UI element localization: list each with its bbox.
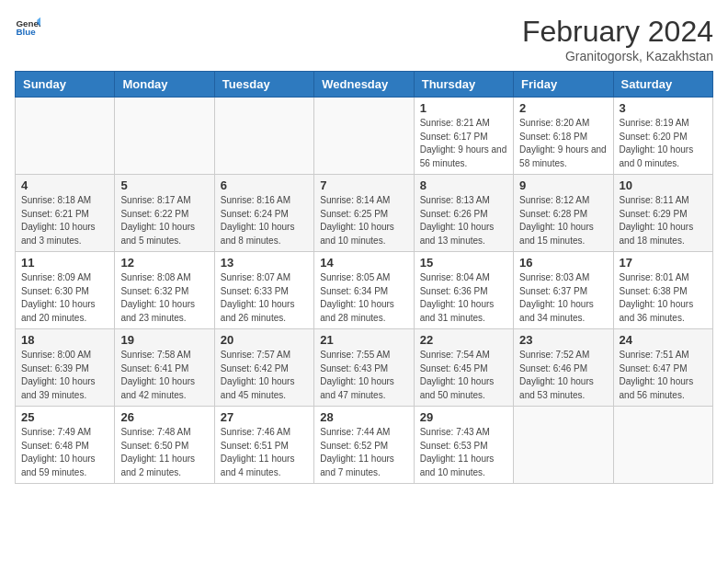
- day-number: 17: [620, 256, 707, 270]
- day-number: 16: [519, 256, 607, 270]
- calendar-cell: 6Sunrise: 8:16 AMSunset: 6:24 PMDaylight…: [214, 175, 313, 252]
- calendar-cell: 14Sunrise: 8:05 AMSunset: 6:34 PMDayligh…: [314, 252, 414, 329]
- day-number: 4: [21, 178, 108, 192]
- day-number: 10: [620, 178, 707, 192]
- calendar-cell: 8Sunrise: 8:13 AMSunset: 6:26 PMDaylight…: [414, 175, 513, 252]
- calendar-cell: 2Sunrise: 8:20 AMSunset: 6:18 PMDaylight…: [514, 98, 613, 175]
- calendar-cell: 24Sunrise: 7:51 AMSunset: 6:47 PMDayligh…: [613, 329, 712, 407]
- calendar-cell: [314, 98, 414, 175]
- day-info: Sunrise: 8:07 AMSunset: 6:33 PMDaylight:…: [221, 271, 308, 325]
- day-info: Sunrise: 8:00 AMSunset: 6:39 PMDaylight:…: [21, 349, 108, 402]
- day-info: Sunrise: 8:13 AMSunset: 6:26 PMDaylight:…: [420, 194, 507, 247]
- calendar-cell: [514, 407, 613, 484]
- week-row-3: 11Sunrise: 8:09 AMSunset: 6:30 PMDayligh…: [16, 252, 713, 329]
- day-info: Sunrise: 8:21 AMSunset: 6:17 PMDaylight:…: [420, 117, 507, 170]
- day-info: Sunrise: 7:52 AMSunset: 6:46 PMDaylight:…: [519, 349, 607, 402]
- day-info: Sunrise: 8:08 AMSunset: 6:32 PMDaylight:…: [120, 271, 208, 325]
- day-info: Sunrise: 8:01 AMSunset: 6:38 PMDaylight:…: [620, 271, 707, 325]
- calendar-cell: 27Sunrise: 7:46 AMSunset: 6:51 PMDayligh…: [214, 407, 313, 484]
- day-number: 22: [420, 333, 507, 347]
- day-info: Sunrise: 7:46 AMSunset: 6:51 PMDaylight:…: [221, 426, 308, 479]
- calendar-cell: 5Sunrise: 8:17 AMSunset: 6:22 PMDaylight…: [115, 175, 214, 252]
- day-number: 19: [120, 333, 208, 347]
- week-row-2: 4Sunrise: 8:18 AMSunset: 6:21 PMDaylight…: [16, 175, 713, 252]
- day-number: 11: [21, 256, 108, 270]
- calendar-cell: [214, 98, 313, 175]
- weekday-header-monday: Monday: [115, 72, 214, 98]
- day-number: 26: [120, 410, 208, 424]
- day-number: 20: [221, 333, 308, 347]
- calendar-cell: [115, 98, 214, 175]
- page-header: General Blue February 2024 Granitogorsk,…: [15, 15, 713, 63]
- calendar-cell: 18Sunrise: 8:00 AMSunset: 6:39 PMDayligh…: [16, 329, 115, 407]
- day-number: 28: [320, 410, 407, 424]
- day-number: 15: [420, 256, 507, 270]
- day-info: Sunrise: 7:51 AMSunset: 6:47 PMDaylight:…: [620, 349, 707, 402]
- day-info: Sunrise: 8:09 AMSunset: 6:30 PMDaylight:…: [21, 271, 108, 325]
- calendar-cell: 25Sunrise: 7:49 AMSunset: 6:48 PMDayligh…: [16, 407, 115, 484]
- calendar-cell: 20Sunrise: 7:57 AMSunset: 6:42 PMDayligh…: [214, 329, 313, 407]
- day-number: 12: [120, 256, 208, 270]
- calendar-cell: 26Sunrise: 7:48 AMSunset: 6:50 PMDayligh…: [115, 407, 214, 484]
- calendar-cell: 28Sunrise: 7:44 AMSunset: 6:52 PMDayligh…: [314, 407, 414, 484]
- logo-icon: General Blue: [15, 15, 40, 40]
- day-info: Sunrise: 7:48 AMSunset: 6:50 PMDaylight:…: [120, 426, 208, 479]
- logo: General Blue: [15, 15, 40, 40]
- svg-text:Blue: Blue: [16, 27, 36, 37]
- weekday-header-friday: Friday: [514, 72, 613, 98]
- location-subtitle: Granitogorsk, Kazakhstan: [522, 49, 713, 63]
- calendar-table: SundayMondayTuesdayWednesdayThursdayFrid…: [15, 71, 713, 484]
- day-number: 21: [320, 333, 407, 347]
- day-number: 13: [221, 256, 308, 270]
- day-info: Sunrise: 7:44 AMSunset: 6:52 PMDaylight:…: [320, 426, 407, 479]
- day-info: Sunrise: 7:49 AMSunset: 6:48 PMDaylight:…: [21, 426, 108, 479]
- day-info: Sunrise: 7:54 AMSunset: 6:45 PMDaylight:…: [420, 349, 507, 402]
- day-number: 18: [21, 333, 108, 347]
- calendar-cell: 15Sunrise: 8:04 AMSunset: 6:36 PMDayligh…: [414, 252, 513, 329]
- weekday-header-sunday: Sunday: [16, 72, 115, 98]
- day-info: Sunrise: 8:18 AMSunset: 6:21 PMDaylight:…: [21, 194, 108, 247]
- day-number: 24: [620, 333, 707, 347]
- calendar-cell: [613, 407, 712, 484]
- day-info: Sunrise: 8:17 AMSunset: 6:22 PMDaylight:…: [120, 194, 208, 247]
- calendar-cell: 23Sunrise: 7:52 AMSunset: 6:46 PMDayligh…: [514, 329, 613, 407]
- day-info: Sunrise: 8:03 AMSunset: 6:37 PMDaylight:…: [519, 271, 607, 325]
- day-info: Sunrise: 8:19 AMSunset: 6:20 PMDaylight:…: [620, 117, 707, 170]
- calendar-cell: 29Sunrise: 7:43 AMSunset: 6:53 PMDayligh…: [414, 407, 513, 484]
- calendar-cell: 11Sunrise: 8:09 AMSunset: 6:30 PMDayligh…: [16, 252, 115, 329]
- week-row-4: 18Sunrise: 8:00 AMSunset: 6:39 PMDayligh…: [16, 329, 713, 407]
- day-number: 6: [221, 178, 308, 192]
- weekday-header-thursday: Thursday: [414, 72, 513, 98]
- calendar-cell: 10Sunrise: 8:11 AMSunset: 6:29 PMDayligh…: [613, 175, 712, 252]
- calendar-cell: 3Sunrise: 8:19 AMSunset: 6:20 PMDaylight…: [613, 98, 712, 175]
- month-title: February 2024: [522, 15, 713, 49]
- day-info: Sunrise: 7:55 AMSunset: 6:43 PMDaylight:…: [320, 349, 407, 402]
- day-number: 23: [519, 333, 607, 347]
- calendar-cell: 22Sunrise: 7:54 AMSunset: 6:45 PMDayligh…: [414, 329, 513, 407]
- day-number: 1: [420, 101, 507, 115]
- day-number: 8: [420, 178, 507, 192]
- day-number: 5: [120, 178, 208, 192]
- weekday-header-tuesday: Tuesday: [214, 72, 313, 98]
- calendar-cell: 17Sunrise: 8:01 AMSunset: 6:38 PMDayligh…: [613, 252, 712, 329]
- weekday-header-saturday: Saturday: [613, 72, 712, 98]
- day-info: Sunrise: 8:05 AMSunset: 6:34 PMDaylight:…: [320, 271, 407, 325]
- calendar-cell: 4Sunrise: 8:18 AMSunset: 6:21 PMDaylight…: [16, 175, 115, 252]
- day-number: 29: [420, 410, 507, 424]
- day-info: Sunrise: 8:04 AMSunset: 6:36 PMDaylight:…: [420, 271, 507, 325]
- day-number: 25: [21, 410, 108, 424]
- calendar-cell: 1Sunrise: 8:21 AMSunset: 6:17 PMDaylight…: [414, 98, 513, 175]
- calendar-cell: 19Sunrise: 7:58 AMSunset: 6:41 PMDayligh…: [115, 329, 214, 407]
- weekday-header-wednesday: Wednesday: [314, 72, 414, 98]
- title-area: February 2024 Granitogorsk, Kazakhstan: [522, 15, 713, 63]
- day-info: Sunrise: 7:57 AMSunset: 6:42 PMDaylight:…: [221, 349, 308, 402]
- weekday-header-row: SundayMondayTuesdayWednesdayThursdayFrid…: [16, 72, 713, 98]
- calendar-cell: 16Sunrise: 8:03 AMSunset: 6:37 PMDayligh…: [514, 252, 613, 329]
- calendar-cell: 9Sunrise: 8:12 AMSunset: 6:28 PMDaylight…: [514, 175, 613, 252]
- calendar-cell: 21Sunrise: 7:55 AMSunset: 6:43 PMDayligh…: [314, 329, 414, 407]
- day-number: 9: [519, 178, 607, 192]
- day-number: 2: [519, 101, 607, 115]
- day-number: 14: [320, 256, 407, 270]
- day-info: Sunrise: 8:20 AMSunset: 6:18 PMDaylight:…: [519, 117, 607, 170]
- week-row-5: 25Sunrise: 7:49 AMSunset: 6:48 PMDayligh…: [16, 407, 713, 484]
